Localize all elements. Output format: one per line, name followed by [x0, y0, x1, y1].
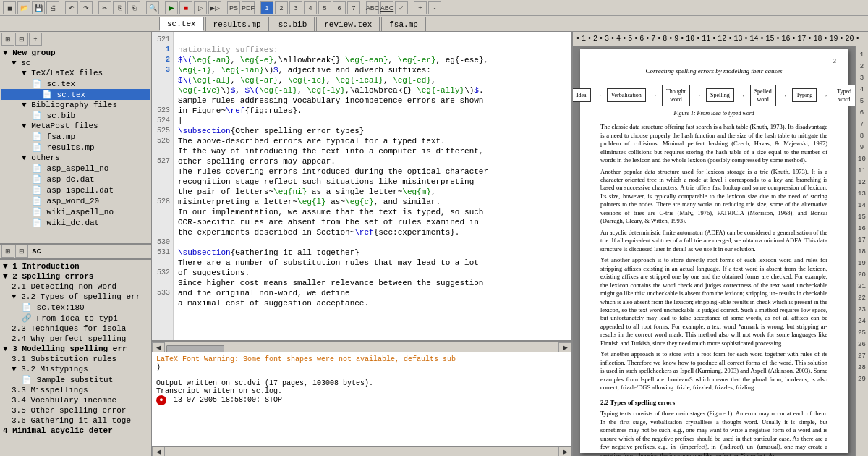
- console-hscroll[interactable]: ◀ ▶: [152, 446, 571, 456]
- ps-btn[interactable]: PS: [227, 1, 240, 14]
- outline-sample[interactable]: 📄 Sample substitut: [1, 374, 150, 385]
- pdf-pg-6[interactable]: 6: [639, 35, 644, 43]
- save-btn[interactable]: 💾: [32, 1, 45, 14]
- redo-btn[interactable]: ↷: [80, 1, 93, 14]
- pdf-pg-20[interactable]: 20: [846, 35, 854, 43]
- outline-3-1[interactable]: 3.1 Substitution rules: [1, 354, 150, 364]
- outline-model[interactable]: ▼ 3 Modelling spelling err: [1, 344, 150, 354]
- pdf-pg-7[interactable]: 7: [651, 35, 655, 43]
- pdf-pg-10[interactable]: 10: [686, 35, 694, 43]
- tree-bib-folder[interactable]: ▼ Bibliography files: [1, 100, 150, 110]
- step-btn[interactable]: ▷: [194, 1, 207, 14]
- new-btn[interactable]: ◼: [3, 1, 16, 14]
- pdf-pg-19[interactable]: 19: [830, 35, 838, 43]
- pdf-pg-17[interactable]: 17: [798, 35, 807, 43]
- tree-asp-ispell[interactable]: 📄 asp_ispell.dat: [1, 185, 150, 195]
- con-hscroll-right-btn[interactable]: ▶: [558, 447, 571, 457]
- tab-fsa-mp[interactable]: fsa.mp: [381, 17, 426, 31]
- step2-btn[interactable]: ▶▷: [208, 1, 221, 14]
- outline-2-3[interactable]: 2.3 Techniques for isola: [1, 324, 150, 334]
- tree-sc-bib[interactable]: 📄 sc.bib: [1, 110, 150, 121]
- editor-hscroll[interactable]: ◀ ▶: [152, 342, 571, 352]
- pg2-btn[interactable]: 2: [275, 1, 288, 14]
- pg3-btn[interactable]: 3: [289, 1, 302, 14]
- outline-sctex[interactable]: 📄 sc.tex:180: [1, 302, 150, 313]
- tree-tex-files-folder[interactable]: ▼ TeX/LaTeX files: [1, 68, 150, 78]
- pdf-pg-12[interactable]: 12: [718, 35, 726, 43]
- tab-sc-tex[interactable]: sc.tex: [159, 17, 204, 31]
- tree-sc-tex-subfile[interactable]: 📄 sc.tex: [1, 89, 150, 100]
- tab-results-mp[interactable]: results.mp: [205, 17, 269, 31]
- outline-spell[interactable]: ▼ 2 Spelling errors: [1, 271, 150, 282]
- hscroll-left-btn[interactable]: ◀: [152, 342, 165, 352]
- pdf-scroll-area[interactable]: 3 Correcting spelling errors by modellin…: [573, 46, 855, 456]
- pdf-pg-8[interactable]: 8: [663, 35, 667, 43]
- tree-sc-tex-file[interactable]: 📄 sc.tex: [1, 78, 150, 89]
- tree-results-mp[interactable]: 📄 results.mp: [1, 142, 150, 153]
- copy-btn[interactable]: ⎘: [113, 1, 126, 14]
- pdf-btn[interactable]: PDF: [242, 1, 255, 14]
- tab-sc-bib[interactable]: sc.bib: [271, 17, 315, 31]
- compile-btn[interactable]: ▶: [165, 1, 178, 14]
- hscroll-thumb[interactable]: [166, 345, 224, 352]
- tree-others-folder[interactable]: ▼ others: [1, 153, 150, 163]
- outline-2-1[interactable]: 2.1 Detecting non-word: [1, 282, 150, 292]
- pdf-pg-13[interactable]: 13: [733, 35, 742, 43]
- outline-4[interactable]: 4 Minimal acyclic deter: [1, 426, 150, 436]
- tree-new-btn[interactable]: +: [29, 33, 42, 46]
- tree-expand-btn[interactable]: ⊞: [1, 33, 14, 46]
- tree-sc-folder[interactable]: ▼ sc: [1, 58, 150, 68]
- outline-intro[interactable]: ▼ 1 Introduction: [1, 261, 150, 271]
- pdf-pg-18[interactable]: 18: [814, 35, 822, 43]
- zoom-out-btn[interactable]: -: [428, 1, 441, 14]
- print-btn[interactable]: 🖨: [46, 1, 59, 14]
- pg6-btn[interactable]: 6: [333, 1, 346, 14]
- tree-fsa-mp[interactable]: 📄 fsa.mp: [1, 131, 150, 142]
- outline-collapse-btn[interactable]: ⊟: [15, 245, 28, 258]
- tree-wiki-aspell[interactable]: 📄 wiki_aspell_no: [1, 206, 150, 217]
- find-btn[interactable]: 🔍: [146, 1, 159, 14]
- tree-collapse-btn[interactable]: ⊟: [15, 33, 28, 46]
- tree-asp-dc[interactable]: 📄 asp_dc.dat: [1, 174, 150, 185]
- pdf-pg-5[interactable]: 5: [628, 35, 632, 43]
- paste-btn[interactable]: ⎗: [127, 1, 140, 14]
- pdf-pg-4[interactable]: 4: [616, 35, 621, 43]
- pdf-pg-15[interactable]: 15: [765, 35, 774, 43]
- pdf-pg-2[interactable]: 2: [593, 35, 597, 43]
- tree-group[interactable]: ▼ New group: [1, 48, 150, 58]
- con-hscroll-left-btn[interactable]: ◀: [152, 447, 165, 457]
- pdf-pg-3[interactable]: 3: [605, 35, 609, 43]
- undo-btn[interactable]: ↶: [65, 1, 78, 14]
- pdf-pg-1[interactable]: 1: [582, 35, 586, 43]
- cut-btn[interactable]: ✂: [98, 1, 111, 14]
- outline-expand-btn[interactable]: ⊞: [1, 245, 14, 258]
- outline-3-2[interactable]: ▼ 3.2 Mistypings: [1, 364, 150, 374]
- pdf-pg-9[interactable]: 9: [674, 35, 678, 43]
- stop-btn[interactable]: ■: [179, 1, 192, 14]
- tab-review-tex[interactable]: review.tex: [316, 17, 380, 31]
- pg4-btn[interactable]: 4: [304, 1, 317, 14]
- outline-3-6[interactable]: 3.6 Gathering it all toge: [1, 415, 150, 426]
- pg1-btn[interactable]: 1: [260, 1, 273, 14]
- pg7-btn[interactable]: 7: [347, 1, 360, 14]
- pg5-btn[interactable]: 5: [318, 1, 331, 14]
- outline-3-5[interactable]: 3.5 Other spelling error: [1, 405, 150, 415]
- pdf-pg-14[interactable]: 14: [749, 35, 758, 43]
- outline-2-2[interactable]: ▼ 2.2 Types of spelling err: [1, 292, 150, 302]
- outline-3-4[interactable]: 3.4 Vocabulary incompe: [1, 395, 150, 405]
- outline-fig-ref[interactable]: 🔗 From idea to typi: [1, 313, 150, 324]
- tree-asp-aspell[interactable]: 📄 asp_aspell_no: [1, 163, 150, 174]
- editor-text[interactable]: nationality suffixes: $\(\eg{-an}, \eg{-…: [174, 32, 571, 340]
- hscroll-right-btn[interactable]: ▶: [558, 342, 571, 352]
- open-btn[interactable]: 📂: [17, 1, 30, 14]
- editor-content[interactable]: 521 1 2 3 523 524 525 526 527 528: [152, 32, 571, 342]
- abc2-btn[interactable]: ABC: [380, 1, 393, 14]
- pdf-pg-16[interactable]: 16: [781, 35, 790, 43]
- outline-3-3[interactable]: 3.3 Misspellings: [1, 385, 150, 395]
- tree-wiki-dc[interactable]: 📄 wiki_dc.dat: [1, 217, 150, 228]
- abc-btn[interactable]: ABC: [366, 1, 379, 14]
- outline-2-4[interactable]: 2.4 Why perfect spelling: [1, 334, 150, 344]
- tree-mp-folder[interactable]: ▼ MetaPost files: [1, 121, 150, 131]
- zoom-in-btn[interactable]: +: [414, 1, 427, 14]
- pdf-pg-11[interactable]: 11: [702, 35, 710, 43]
